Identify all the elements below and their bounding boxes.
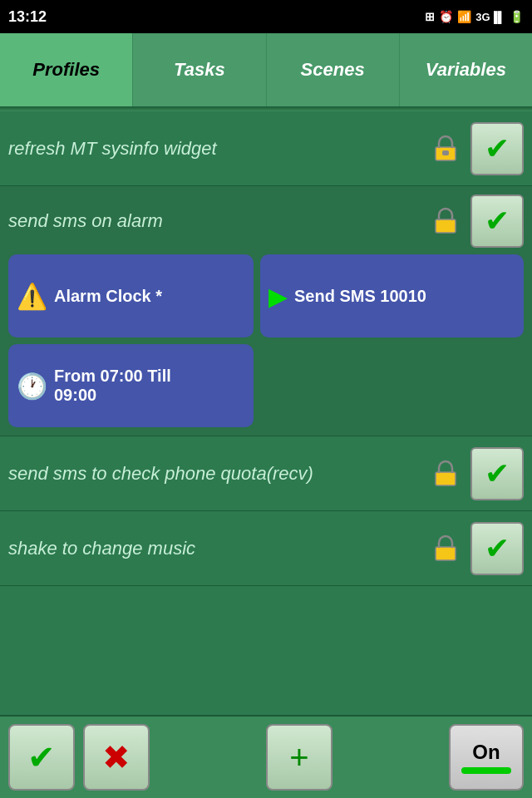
tab-bar: Profiles Tasks Scenes Variables — [0, 33, 532, 106]
trigger-label: Alarm Clock * — [54, 287, 162, 306]
time-content: 🕐 From 07:00 Till 09:00 — [17, 352, 245, 419]
clock-icon: 🕐 — [17, 372, 47, 401]
tab-scenes[interactable]: Scenes — [267, 33, 400, 106]
x-icon: ✖ — [102, 738, 131, 776]
check-icon: ✔ — [485, 456, 510, 491]
lock-icon — [427, 203, 464, 239]
bottom-toolbar: ✔ ✖ + On — [0, 715, 532, 798]
time-label: From 07:00 Till 09:00 — [54, 367, 171, 405]
tab-profiles[interactable]: Profiles — [0, 33, 133, 106]
plus-icon: + — [289, 739, 308, 776]
confirm-button[interactable]: ✔ — [8, 724, 75, 791]
task-label: Send SMS 10010 — [294, 287, 426, 306]
list-item[interactable]: refresh MT sysinfo widget ✔ — [0, 111, 532, 186]
profile-name: send sms on alarm — [8, 210, 427, 232]
svg-rect-2 — [436, 219, 456, 233]
profile-name: shake to change music — [8, 538, 427, 559]
task-content: ▶ Send SMS 10010 — [268, 263, 515, 329]
check-icon: ✔ — [485, 131, 510, 166]
alert-icon: ⚠️ — [17, 282, 47, 311]
apps-icon: ⊞ — [425, 10, 435, 23]
profile-header: send sms on alarm ✔ — [8, 195, 524, 248]
trigger-box[interactable]: ⚠️ Alarm Clock * — [8, 254, 254, 337]
profile-name: send sms to check phone quota(recv) — [8, 463, 427, 485]
on-label: On — [472, 741, 500, 764]
add-button[interactable]: + — [266, 724, 332, 791]
check-icon: ✔ — [485, 204, 510, 239]
list-item[interactable]: send sms on alarm ✔ ⚠️ Alarm Clock * ▶ S… — [0, 186, 532, 436]
status-time: 13:12 — [8, 8, 47, 26]
signal-icon: 3G▐▌ — [475, 11, 505, 23]
enable-toggle[interactable]: ✔ — [470, 195, 524, 248]
battery-icon: 🔋 — [510, 10, 524, 23]
lock-icon — [427, 456, 464, 492]
tab-variables[interactable]: Variables — [400, 33, 532, 106]
time-box[interactable]: 🕐 From 07:00 Till 09:00 — [8, 344, 254, 427]
task-box[interactable]: ▶ Send SMS 10010 — [260, 254, 524, 337]
profile-name: refresh MT sysinfo widget — [8, 138, 427, 160]
list-item[interactable]: shake to change music ✔ — [0, 511, 532, 586]
status-bar: 13:12 ⊞ ⏰ 📶 3G▐▌ 🔋 — [0, 0, 532, 33]
enable-toggle[interactable]: ✔ — [470, 447, 524, 500]
svg-rect-3 — [436, 472, 456, 485]
play-icon: ▶ — [268, 282, 288, 311]
enable-toggle[interactable]: ✔ — [470, 122, 524, 175]
on-indicator — [461, 767, 511, 774]
lock-icon — [427, 530, 464, 567]
lock-icon — [427, 131, 464, 167]
status-icons: ⊞ ⏰ 📶 3G▐▌ 🔋 — [425, 10, 524, 23]
check-icon: ✔ — [27, 738, 56, 776]
trigger-content: ⚠️ Alarm Clock * — [17, 263, 245, 329]
svg-rect-1 — [442, 150, 449, 155]
tab-tasks[interactable]: Tasks — [133, 33, 266, 106]
on-off-toggle[interactable]: On — [449, 724, 524, 791]
cancel-button[interactable]: ✖ — [83, 724, 150, 791]
check-icon: ✔ — [485, 531, 510, 566]
wifi-icon: 📶 — [457, 10, 471, 23]
list-item[interactable]: send sms to check phone quota(recv) ✔ — [0, 436, 532, 511]
svg-rect-4 — [436, 547, 456, 560]
alarm-icon: ⏰ — [439, 10, 453, 23]
enable-toggle[interactable]: ✔ — [470, 522, 524, 575]
